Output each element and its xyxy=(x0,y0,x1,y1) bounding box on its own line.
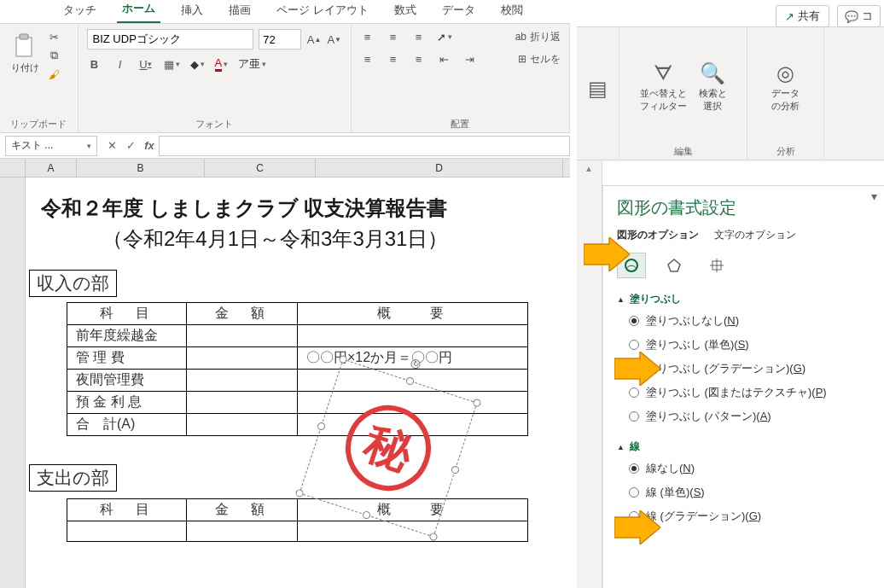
col-amount: 金 額 xyxy=(187,303,298,325)
tab-insert[interactable]: 挿入 xyxy=(176,0,208,23)
indent-increase-icon[interactable]: ⇥ xyxy=(462,51,478,67)
row-header-gutter[interactable] xyxy=(0,178,26,588)
table-row: 前年度繰越金 xyxy=(67,325,528,347)
comments-label: コ xyxy=(862,9,873,24)
cells-icon[interactable]: ▤ xyxy=(588,77,608,101)
line-section-header[interactable]: 線 xyxy=(617,440,872,454)
tab-draw[interactable]: 描画 xyxy=(224,0,256,23)
tab-formulas[interactable]: 数式 xyxy=(389,0,422,23)
line-option-solid[interactable]: 線 (単色)(S) xyxy=(629,485,872,500)
indent-decrease-icon[interactable]: ⇤ xyxy=(437,51,452,67)
annotation-arrow-icon xyxy=(584,237,630,271)
fill-section-header[interactable]: 塗りつぶし xyxy=(617,292,872,306)
ribbon-group-alignment: ≡ ≡ ≡ ➚▾ ab 折り返 ≡ ≡ ≡ ⇤ ⇥ ⊞ セルを 配置 xyxy=(352,24,570,132)
name-box[interactable]: キスト ... ▾ xyxy=(5,136,97,156)
size-properties-tab-icon[interactable] xyxy=(702,253,731,278)
tab-home[interactable]: ホーム xyxy=(117,0,160,23)
right-ribbon: ▤ ᗊ 並べ替えと フィルター 🔍 検索と 選択 編集 ◎ データ の分析 xyxy=(577,27,884,160)
increase-font-icon[interactable]: A▲ xyxy=(306,32,322,47)
fill-option-gradient[interactable]: 塗りつぶし (グラデーション)(G) xyxy=(629,361,872,376)
fill-option-solid[interactable]: 塗りつぶし (単色)(S) xyxy=(629,337,872,352)
ribbon-group-clipboard: り付け ✂ ⧉ 🖌 リップボード xyxy=(0,24,79,132)
clipboard-group-label: リップボード xyxy=(10,116,67,131)
align-bottom-icon[interactable]: ≡ xyxy=(411,29,427,44)
data-analysis-icon: ◎ xyxy=(776,61,794,85)
scroll-gutter[interactable] xyxy=(577,160,602,588)
fill-option-none[interactable]: 塗りつぶしなし(N) xyxy=(629,313,872,329)
excel-main-pane: タッチ ホーム 挿入 描画 ページ レイアウト 数式 データ 校閲 り付け ✂ … xyxy=(0,0,573,588)
ribbon: り付け ✂ ⧉ 🖌 リップボード A▲ A▼ B xyxy=(0,24,570,133)
ribbon-group-analysis: ◎ データ の分析 分析 xyxy=(747,27,824,160)
align-top-icon[interactable]: ≡ xyxy=(360,29,375,44)
task-pane-category-icons xyxy=(617,253,872,278)
col-subject: 科 目 xyxy=(67,303,187,325)
radio-icon xyxy=(629,387,639,398)
svg-rect-0 xyxy=(16,38,32,56)
border-button[interactable]: ▦▾ xyxy=(164,58,180,71)
decrease-font-icon[interactable]: A▼ xyxy=(327,32,342,47)
italic-button[interactable]: I xyxy=(113,56,128,72)
fill-option-pattern[interactable]: 塗りつぶし (パターン)(A) xyxy=(629,409,872,424)
column-header-d[interactable]: D xyxy=(316,159,563,177)
ribbon-group-spacer: ▤ xyxy=(577,27,619,160)
share-icon: ↗ xyxy=(785,10,794,23)
copy-icon[interactable]: ⧉ xyxy=(46,48,61,63)
ribbon-tab-strip: タッチ ホーム 挿入 描画 ページ レイアウト 数式 データ 校閲 xyxy=(0,0,570,24)
paste-button[interactable]: り付け xyxy=(9,29,41,77)
fill-option-picture[interactable]: 塗りつぶし (図またはテクスチャ)(P) xyxy=(629,385,872,400)
svg-marker-7 xyxy=(584,237,630,271)
align-right-icon[interactable]: ≡ xyxy=(411,51,427,67)
formula-input[interactable] xyxy=(159,136,570,156)
line-option-gradient[interactable]: 線 (グラデーション)(G) xyxy=(629,509,872,524)
font-color-button[interactable]: A▾ xyxy=(215,56,229,72)
tab-text-options[interactable]: 文字のオプション xyxy=(714,228,796,242)
fill-color-button[interactable]: ◆▾ xyxy=(190,58,205,71)
column-header-b[interactable]: B xyxy=(77,159,205,177)
insert-function-button[interactable]: fx xyxy=(140,139,159,152)
svg-marker-8 xyxy=(614,352,660,386)
select-all-corner[interactable] xyxy=(0,159,26,177)
wrap-text-button[interactable]: ab 折り返 xyxy=(515,30,561,44)
data-analysis-button[interactable]: ◎ データ の分析 xyxy=(771,61,800,113)
phonetic-button[interactable]: ア亜▾ xyxy=(238,56,266,72)
tab-data[interactable]: データ xyxy=(437,0,480,23)
chevron-down-icon: ▾ xyxy=(87,142,91,150)
share-label: 共有 xyxy=(798,9,820,24)
effects-tab-icon[interactable] xyxy=(660,253,689,278)
font-name-input[interactable] xyxy=(87,29,254,49)
align-middle-icon[interactable]: ≡ xyxy=(386,29,401,44)
close-icon[interactable]: ▾ xyxy=(871,189,877,203)
merge-center-button[interactable]: ⊞ セルを xyxy=(518,52,561,67)
align-left-icon[interactable]: ≡ xyxy=(360,51,375,67)
resize-handle[interactable] xyxy=(428,532,438,541)
radio-icon xyxy=(629,316,639,326)
share-button[interactable]: ↗ 共有 xyxy=(776,5,829,27)
align-center-icon[interactable]: ≡ xyxy=(386,51,401,67)
cancel-formula-button[interactable]: ✕ xyxy=(102,139,121,152)
tab-review[interactable]: 校閲 xyxy=(496,0,528,23)
orientation-button[interactable]: ➚▾ xyxy=(437,31,452,44)
rotate-handle-icon[interactable] xyxy=(410,358,422,370)
font-size-input[interactable] xyxy=(259,29,301,49)
radio-icon xyxy=(629,340,639,350)
task-pane-title: 図形の書式設定 xyxy=(617,196,872,219)
bold-button[interactable]: B xyxy=(87,56,102,72)
sort-filter-icon: ᗊ xyxy=(654,61,673,85)
line-option-none[interactable]: 線なし(N) xyxy=(629,461,872,476)
column-header-a[interactable]: A xyxy=(26,159,77,177)
sheet-content: 令和２年度 しましまクラブ 収支決算報告書 （令和2年4月1日～令和3年3月31… xyxy=(26,178,570,588)
find-select-button[interactable]: 🔍 検索と 選択 xyxy=(699,61,727,113)
svg-marker-3 xyxy=(668,259,680,271)
tab-page-layout[interactable]: ページ レイアウト xyxy=(271,0,374,23)
worksheet-area[interactable]: 令和２年度 しましまクラブ 収支決算報告書 （令和2年4月1日～令和3年3月31… xyxy=(0,178,570,588)
underline-button[interactable]: U ▾ xyxy=(138,56,154,72)
confirm-formula-button[interactable]: ✓ xyxy=(121,139,140,152)
tab-touch[interactable]: タッチ xyxy=(58,0,102,23)
column-header-c[interactable]: C xyxy=(205,159,316,177)
radio-icon xyxy=(629,411,639,422)
comments-button[interactable]: 💬 コ xyxy=(837,5,881,27)
sort-filter-button[interactable]: ᗊ 並べ替えと フィルター xyxy=(640,61,687,113)
data-analysis-label: データ の分析 xyxy=(771,87,800,113)
cut-icon[interactable]: ✂ xyxy=(46,29,61,44)
format-painter-icon[interactable]: 🖌 xyxy=(46,67,61,82)
